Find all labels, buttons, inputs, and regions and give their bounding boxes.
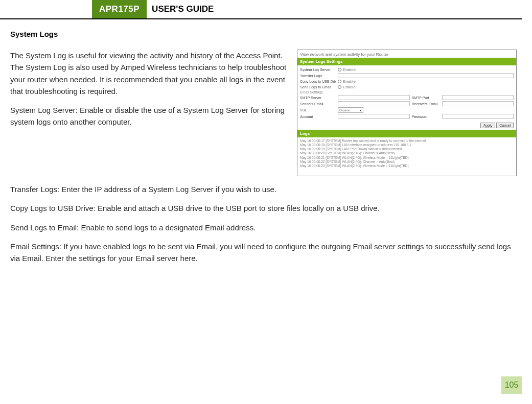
figure-logs-body: May 16 00:00:17 [SYSTEM] Router has star… [297, 137, 516, 176]
figure-caption: View network and system activity for you… [297, 50, 516, 58]
log-line: May 16 00:00:23 [SYSTEM] WLAN(2.4G): Wir… [300, 164, 514, 168]
figure-settings-header: System Logs Settings [297, 58, 516, 65]
log-line: May 16 00:00:17 [SYSTEM] Router has star… [300, 139, 514, 143]
figure-logs-header: Logs [297, 130, 516, 137]
apply-button[interactable]: Apply [480, 123, 496, 128]
page-number: 105 [501, 376, 522, 394]
header-bar: APR175P USER'S GUIDE [0, 0, 522, 19]
paragraph-copy-usb: Copy Logs to USB Drive: Enable and attac… [10, 202, 517, 214]
fig-input-account[interactable] [338, 114, 410, 119]
fig-label-account: Account [300, 115, 336, 118]
paragraph-syslog-server: System Log Server: Enable or disable the… [10, 104, 287, 128]
cancel-button[interactable]: Cancel [496, 123, 514, 128]
header-model-badge: APR175P [92, 0, 147, 18]
paragraph-send-email: Send Logs to Email: Enable to send logs … [10, 222, 517, 233]
fig-input-smtp-server[interactable] [338, 95, 410, 100]
log-line: May 16 00:00:18 [SYSTEM] LAN interface a… [300, 143, 514, 147]
log-line: May 16 00:00:22 [SYSTEM] WLAN(2.4G): Cha… [300, 160, 514, 164]
content-area: System Logs The System Log is useful for… [0, 19, 532, 264]
paragraph-email-settings: Email Settings: If you have enabled logs… [10, 241, 517, 265]
radio-icon [338, 80, 341, 83]
figure-form: System Log Server Enable Transfer Logs C… [297, 65, 516, 121]
log-line: May 16 00:00:20 [SYSTEM] WLAN(2.4G): Cha… [300, 151, 514, 155]
fig-label-receivers-email: Receivers Email [412, 102, 440, 106]
paragraph-transfer-logs: Transfer Logs: Enter the IP address of a… [10, 183, 517, 195]
fig-label-ssl: SSL [300, 108, 336, 112]
fig-label-send-email: Send Logs to Email [300, 85, 336, 89]
fig-input-password[interactable] [442, 114, 514, 119]
fig-select-ssl[interactable]: Disable [338, 107, 363, 113]
header-title: USER'S GUIDE [147, 0, 214, 18]
fig-label-email-settings: Email Settings [300, 90, 336, 94]
fig-enable-email[interactable]: Enable [338, 85, 514, 89]
radio-icon [338, 85, 341, 89]
system-logs-figure: View network and system activity for you… [297, 50, 517, 176]
intro-text-column: The System Log is useful for viewing the… [10, 50, 287, 176]
fig-label-senders-email: Senders Email [300, 102, 336, 106]
fig-enable-usb[interactable]: Enable [338, 79, 514, 84]
paragraph-intro: The System Log is useful for viewing the… [10, 50, 287, 97]
fig-enable-syslog[interactable]: Enable [338, 67, 514, 72]
header-spacer [0, 18, 82, 18]
fig-label-transfer-logs: Transfer Logs [300, 74, 336, 78]
fig-label-smtp-server: SMTP Server [300, 96, 336, 100]
fig-input-smtp-port[interactable] [442, 95, 514, 100]
fig-label-smtp-port: SMTP Port [412, 96, 440, 100]
section-title: System Logs [10, 30, 517, 38]
fig-input-receivers-email[interactable] [442, 101, 514, 106]
intro-row: The System Log is useful for viewing the… [10, 50, 517, 176]
fig-input-senders-email[interactable] [338, 101, 410, 106]
fig-input-transfer-logs[interactable] [338, 73, 514, 78]
fig-label-password: Password [412, 115, 440, 118]
log-line: May 16 00:00:21 [SYSTEM] WLAN(2.4G): Wir… [300, 156, 514, 160]
log-line: May 16 00:00:19 [SYSTEM] LAN: Port(Down)… [300, 147, 514, 151]
figure-button-row: Apply Cancel [297, 121, 516, 130]
radio-icon [338, 68, 341, 72]
fig-label-copy-usb: Copy Logs to USB Drive [300, 80, 336, 83]
fig-label-syslog-server: System Log Server [300, 68, 336, 72]
